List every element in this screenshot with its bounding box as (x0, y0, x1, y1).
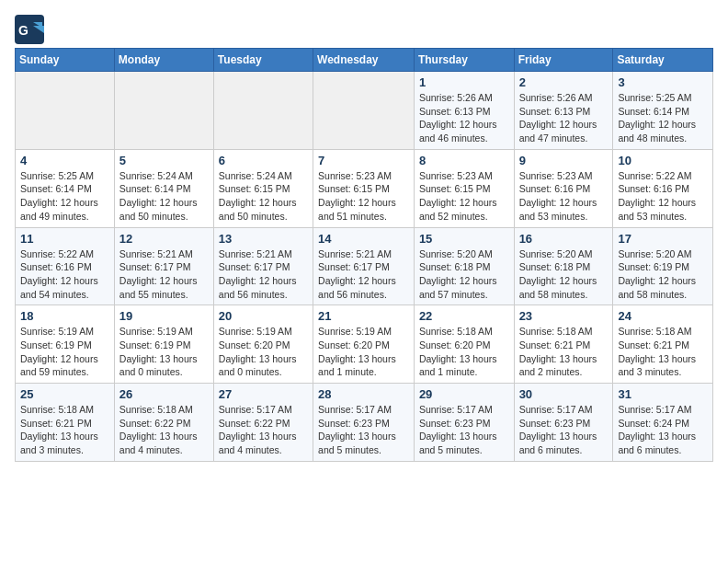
calendar-cell (213, 72, 313, 150)
page-header: G (15, 15, 713, 44)
day-info: Sunrise: 5:22 AM Sunset: 6:16 PM Dayligh… (20, 247, 109, 302)
day-number: 30 (519, 387, 609, 401)
day-info: Sunrise: 5:18 AM Sunset: 6:20 PM Dayligh… (419, 325, 509, 379)
weekday-header-row: SundayMondayTuesdayWednesdayThursdayFrid… (16, 49, 713, 72)
calendar-cell: 26Sunrise: 5:18 AM Sunset: 6:22 PM Dayli… (114, 384, 213, 462)
week-row-3: 11Sunrise: 5:22 AM Sunset: 6:16 PM Dayli… (16, 227, 713, 305)
day-info: Sunrise: 5:20 AM Sunset: 6:18 PM Dayligh… (519, 247, 609, 302)
day-number: 13 (219, 232, 308, 246)
day-info: Sunrise: 5:23 AM Sunset: 6:15 PM Dayligh… (318, 169, 409, 224)
day-number: 18 (20, 309, 109, 323)
day-number: 16 (519, 232, 609, 246)
calendar-cell: 14Sunrise: 5:21 AM Sunset: 6:17 PM Dayli… (313, 227, 415, 305)
logo-icon: G (15, 15, 44, 44)
day-number: 8 (419, 154, 509, 167)
day-info: Sunrise: 5:21 AM Sunset: 6:17 PM Dayligh… (219, 247, 308, 302)
calendar-cell: 17Sunrise: 5:20 AM Sunset: 6:19 PM Dayli… (613, 227, 713, 305)
day-number: 26 (119, 387, 209, 401)
day-info: Sunrise: 5:18 AM Sunset: 6:21 PM Dayligh… (20, 403, 109, 457)
calendar-cell: 8Sunrise: 5:23 AM Sunset: 6:15 PM Daylig… (414, 149, 514, 227)
day-info: Sunrise: 5:24 AM Sunset: 6:14 PM Dayligh… (119, 169, 209, 224)
day-number: 11 (20, 232, 109, 246)
day-number: 5 (119, 154, 209, 167)
calendar-cell: 22Sunrise: 5:18 AM Sunset: 6:20 PM Dayli… (414, 305, 514, 384)
calendar-cell (114, 72, 213, 150)
day-info: Sunrise: 5:21 AM Sunset: 6:17 PM Dayligh… (119, 247, 209, 302)
weekday-header-monday: Monday (114, 49, 213, 72)
day-number: 25 (20, 387, 109, 401)
day-number: 6 (219, 154, 308, 167)
day-info: Sunrise: 5:17 AM Sunset: 6:23 PM Dayligh… (519, 403, 609, 457)
day-info: Sunrise: 5:26 AM Sunset: 6:13 PM Dayligh… (519, 91, 609, 145)
weekday-header-friday: Friday (514, 49, 613, 72)
day-info: Sunrise: 5:25 AM Sunset: 6:14 PM Dayligh… (20, 169, 109, 224)
calendar-cell (16, 72, 115, 150)
calendar-cell: 24Sunrise: 5:18 AM Sunset: 6:21 PM Dayli… (613, 305, 713, 384)
calendar-cell: 3Sunrise: 5:25 AM Sunset: 6:14 PM Daylig… (613, 72, 713, 150)
weekday-header-saturday: Saturday (613, 49, 713, 72)
day-info: Sunrise: 5:17 AM Sunset: 6:23 PM Dayligh… (318, 403, 409, 457)
logo: G (15, 15, 48, 44)
calendar-cell: 1Sunrise: 5:26 AM Sunset: 6:13 PM Daylig… (414, 72, 514, 150)
day-number: 31 (618, 387, 708, 401)
week-row-4: 18Sunrise: 5:19 AM Sunset: 6:19 PM Dayli… (16, 305, 713, 384)
calendar-cell: 19Sunrise: 5:19 AM Sunset: 6:19 PM Dayli… (114, 305, 213, 384)
day-number: 27 (219, 387, 308, 401)
svg-text:G: G (18, 23, 28, 38)
day-info: Sunrise: 5:19 AM Sunset: 6:19 PM Dayligh… (119, 325, 209, 379)
day-number: 17 (618, 232, 708, 246)
calendar-cell: 21Sunrise: 5:19 AM Sunset: 6:20 PM Dayli… (313, 305, 415, 384)
calendar-cell (313, 72, 415, 150)
calendar-table: SundayMondayTuesdayWednesdayThursdayFrid… (15, 48, 713, 462)
day-info: Sunrise: 5:17 AM Sunset: 6:22 PM Dayligh… (219, 403, 308, 457)
calendar-cell: 11Sunrise: 5:22 AM Sunset: 6:16 PM Dayli… (16, 227, 115, 305)
calendar-cell: 13Sunrise: 5:21 AM Sunset: 6:17 PM Dayli… (213, 227, 313, 305)
day-number: 10 (618, 154, 708, 167)
calendar-cell: 30Sunrise: 5:17 AM Sunset: 6:23 PM Dayli… (514, 384, 613, 462)
day-info: Sunrise: 5:18 AM Sunset: 6:21 PM Dayligh… (618, 325, 708, 379)
day-number: 24 (618, 309, 708, 323)
day-info: Sunrise: 5:22 AM Sunset: 6:16 PM Dayligh… (618, 169, 708, 224)
calendar-cell: 9Sunrise: 5:23 AM Sunset: 6:16 PM Daylig… (514, 149, 613, 227)
day-number: 22 (419, 309, 509, 323)
day-info: Sunrise: 5:26 AM Sunset: 6:13 PM Dayligh… (419, 91, 509, 145)
week-row-1: 1Sunrise: 5:26 AM Sunset: 6:13 PM Daylig… (16, 72, 713, 150)
day-info: Sunrise: 5:23 AM Sunset: 6:15 PM Dayligh… (419, 169, 509, 224)
calendar-cell: 23Sunrise: 5:18 AM Sunset: 6:21 PM Dayli… (514, 305, 613, 384)
weekday-header-sunday: Sunday (16, 49, 115, 72)
calendar-cell: 27Sunrise: 5:17 AM Sunset: 6:22 PM Dayli… (213, 384, 313, 462)
day-info: Sunrise: 5:17 AM Sunset: 6:24 PM Dayligh… (618, 403, 708, 457)
day-number: 21 (318, 309, 409, 323)
week-row-5: 25Sunrise: 5:18 AM Sunset: 6:21 PM Dayli… (16, 384, 713, 462)
day-number: 12 (119, 232, 209, 246)
day-number: 20 (219, 309, 308, 323)
week-row-2: 4Sunrise: 5:25 AM Sunset: 6:14 PM Daylig… (16, 149, 713, 227)
day-info: Sunrise: 5:19 AM Sunset: 6:19 PM Dayligh… (20, 325, 109, 379)
calendar-cell: 7Sunrise: 5:23 AM Sunset: 6:15 PM Daylig… (313, 149, 415, 227)
calendar-cell: 10Sunrise: 5:22 AM Sunset: 6:16 PM Dayli… (613, 149, 713, 227)
day-info: Sunrise: 5:19 AM Sunset: 6:20 PM Dayligh… (318, 325, 409, 379)
day-info: Sunrise: 5:24 AM Sunset: 6:15 PM Dayligh… (219, 169, 308, 224)
day-number: 19 (119, 309, 209, 323)
day-number: 15 (419, 232, 509, 246)
day-number: 7 (318, 154, 409, 167)
day-number: 28 (318, 387, 409, 401)
weekday-header-tuesday: Tuesday (213, 49, 313, 72)
calendar-cell: 4Sunrise: 5:25 AM Sunset: 6:14 PM Daylig… (16, 149, 115, 227)
calendar-cell: 2Sunrise: 5:26 AM Sunset: 6:13 PM Daylig… (514, 72, 613, 150)
weekday-header-thursday: Thursday (414, 49, 514, 72)
calendar-cell: 16Sunrise: 5:20 AM Sunset: 6:18 PM Dayli… (514, 227, 613, 305)
day-info: Sunrise: 5:23 AM Sunset: 6:16 PM Dayligh… (519, 169, 609, 224)
calendar-cell: 12Sunrise: 5:21 AM Sunset: 6:17 PM Dayli… (114, 227, 213, 305)
weekday-header-wednesday: Wednesday (313, 49, 415, 72)
day-number: 14 (318, 232, 409, 246)
day-info: Sunrise: 5:18 AM Sunset: 6:22 PM Dayligh… (119, 403, 209, 457)
day-info: Sunrise: 5:19 AM Sunset: 6:20 PM Dayligh… (219, 325, 308, 379)
day-number: 9 (519, 154, 609, 167)
day-number: 3 (618, 75, 708, 89)
day-number: 23 (519, 309, 609, 323)
day-number: 2 (519, 75, 609, 89)
day-info: Sunrise: 5:21 AM Sunset: 6:17 PM Dayligh… (318, 247, 409, 302)
calendar-cell: 31Sunrise: 5:17 AM Sunset: 6:24 PM Dayli… (613, 384, 713, 462)
day-info: Sunrise: 5:18 AM Sunset: 6:21 PM Dayligh… (519, 325, 609, 379)
